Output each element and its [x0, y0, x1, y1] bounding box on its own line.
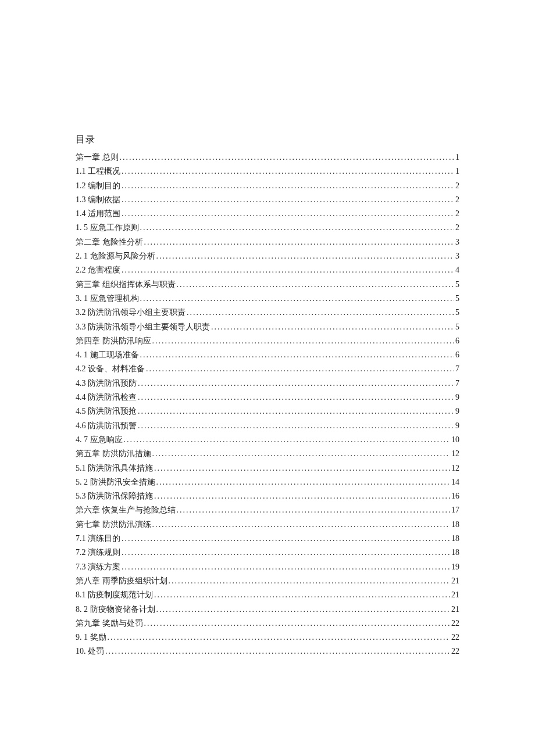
toc-entry: 1. 5 应急工作原则2 [76, 221, 459, 235]
toc-entry: 第八章 雨季防疫组织计划21 [76, 574, 459, 588]
toc-entry-page: 21 [451, 603, 459, 617]
toc-entry: 8. 2 防疫物资储备计划21 [76, 603, 459, 617]
toc-dot-leader [140, 221, 455, 235]
toc-dot-leader [156, 475, 451, 489]
toc-entry-label: 4.4 防洪防汛检查 [76, 390, 137, 404]
toc-dot-leader [122, 263, 454, 277]
toc-dot-leader [122, 193, 454, 207]
toc-dot-leader [108, 630, 451, 644]
toc-dot-leader [140, 348, 455, 362]
toc-entry-label: 3. 1 应急管理机构 [76, 292, 139, 306]
toc-dot-leader [122, 546, 450, 560]
toc-entry-page: 18 [451, 532, 459, 546]
toc-entry-label: 1.4 适用范围 [76, 207, 120, 221]
toc-entry-page: 3 [455, 249, 459, 263]
toc-entry-label: 2.2 危害程度 [76, 263, 120, 277]
toc-entry-page: 2 [455, 179, 459, 193]
toc-entry-label: 7.3 演练方案 [76, 560, 120, 574]
toc-entry-label: 5. 2 防洪防汛安全措施 [76, 475, 155, 489]
toc-entry: 5.1 防洪防汛具体措施12 [76, 461, 459, 475]
toc-dot-leader [138, 390, 454, 404]
toc-entry-label: 5.3 防洪防汛保障措施 [76, 489, 153, 503]
toc-entry-label: 1.1 工程概况 [76, 164, 120, 178]
toc-entry-label: 1.2 编制目的 [76, 179, 120, 193]
toc-entry-page: 17 [451, 503, 459, 517]
toc-entry: 1.4 适用范围2 [76, 207, 459, 221]
toc-entry: 4. 7 应急响应10 [76, 433, 459, 447]
toc-entry-label: 7.2 演练规则 [76, 546, 120, 560]
toc-entry-page: 18 [451, 546, 459, 560]
toc-dot-leader [152, 334, 455, 348]
toc-entry-page: 22 [451, 617, 459, 630]
toc-dot-leader [122, 207, 454, 221]
toc-dot-leader [156, 603, 451, 617]
toc-entry-page: 9 [455, 390, 459, 404]
toc-entry: 7.3 演练方案19 [76, 560, 459, 574]
toc-dot-leader [187, 306, 454, 320]
toc-entry: 第九章 奖励与处罚22 [76, 617, 459, 630]
toc-dot-leader [144, 235, 455, 249]
toc-entry: 3.3 防洪防汛领导小组主要领导人职责5 [76, 320, 459, 334]
toc-entry-page: 21 [451, 588, 459, 602]
toc-entry: 1.1 工程概况1 [76, 164, 459, 178]
toc-entry-label: 3.2 防洪防汛领导小组主要职责 [76, 306, 186, 320]
toc-dot-leader [138, 419, 454, 433]
toc-entry-label: 7.1 演练目的 [76, 532, 120, 546]
toc-dot-leader [122, 164, 454, 178]
toc-dot-leader [138, 404, 454, 418]
toc-container: 第一章 总则11.1 工程概况11.2 编制目的21.3 编制依据21.4 适用… [76, 151, 459, 659]
toc-entry-label: 第六章 恢复生产与抢险总结 [76, 503, 176, 517]
toc-entry-page: 19 [451, 560, 459, 574]
toc-entry-label: 第四章 防洪防汛响应 [76, 334, 151, 348]
toc-dot-leader [154, 588, 450, 602]
toc-entry: 4. 1 施工现场准备6 [76, 348, 459, 362]
toc-dot-leader [211, 320, 454, 334]
toc-entry-page: 6 [455, 334, 459, 348]
toc-entry-label: 第五章 防洪防汛措施 [76, 447, 151, 461]
toc-entry-label: 5.1 防洪防汛具体措施 [76, 461, 153, 475]
toc-entry: 9. 1 奖励22 [76, 630, 459, 644]
toc-entry: 4.3 防洪防汛预防7 [76, 377, 459, 390]
toc-dot-leader [152, 447, 451, 461]
toc-entry-label: 1.3 编制依据 [76, 193, 120, 207]
toc-entry: 第四章 防洪防汛响应6 [76, 334, 459, 348]
toc-entry: 5. 2 防洪防汛安全措施14 [76, 475, 459, 489]
toc-entry-label: 第三章 组织指挥体系与职责 [76, 278, 176, 292]
toc-entry-page: 2 [455, 193, 459, 207]
toc-entry-page: 1 [455, 151, 459, 164]
toc-entry: 4.4 防洪防汛检查9 [76, 390, 459, 404]
toc-entry-page: 12 [451, 461, 459, 475]
toc-dot-leader [122, 179, 454, 193]
toc-entry: 7.1 演练目的18 [76, 532, 459, 546]
toc-dot-leader [154, 461, 450, 475]
toc-entry-label: 第八章 雨季防疫组织计划 [76, 574, 167, 588]
toc-entry-label: 2. 1 危险源与风险分析 [76, 249, 155, 263]
toc-dot-leader [122, 560, 450, 574]
toc-dot-leader [177, 278, 455, 292]
toc-entry: 第一章 总则1 [76, 151, 459, 164]
toc-entry-label: 第七章 防洪防汛演练 [76, 518, 151, 532]
toc-entry-page: 1 [455, 164, 459, 178]
toc-entry-page: 22 [451, 630, 459, 644]
toc-entry-label: 4. 7 应急响应 [76, 433, 123, 447]
toc-entry-page: 3 [455, 235, 459, 249]
toc-entry: 第七章 防洪防汛演练18 [76, 518, 459, 532]
toc-entry-page: 2 [455, 207, 459, 221]
toc-entry: 2. 1 危险源与风险分析3 [76, 249, 459, 263]
toc-entry-label: 第九章 奖励与处罚 [76, 617, 143, 630]
toc-entry-page: 5 [455, 292, 459, 306]
toc-entry-page: 18 [451, 518, 459, 532]
toc-entry-page: 7 [455, 362, 459, 376]
toc-entry-page: 2 [455, 221, 459, 235]
toc-entry-label: 4. 1 施工现场准备 [76, 348, 139, 362]
toc-entry-label: 1. 5 应急工作原则 [76, 221, 139, 235]
toc-entry: 第三章 组织指挥体系与职责5 [76, 278, 459, 292]
toc-entry-label: 3.3 防洪防汛领导小组主要领导人职责 [76, 320, 210, 334]
toc-entry-page: 10 [451, 433, 459, 447]
toc-entry-label: 10. 处罚 [76, 644, 104, 658]
toc-dot-leader [105, 644, 450, 658]
toc-entry-label: 4.6 防洪防汛预警 [76, 419, 137, 433]
toc-entry: 1.3 编制依据2 [76, 193, 459, 207]
toc-entry-page: 9 [455, 419, 459, 433]
toc-dot-leader [152, 518, 451, 532]
